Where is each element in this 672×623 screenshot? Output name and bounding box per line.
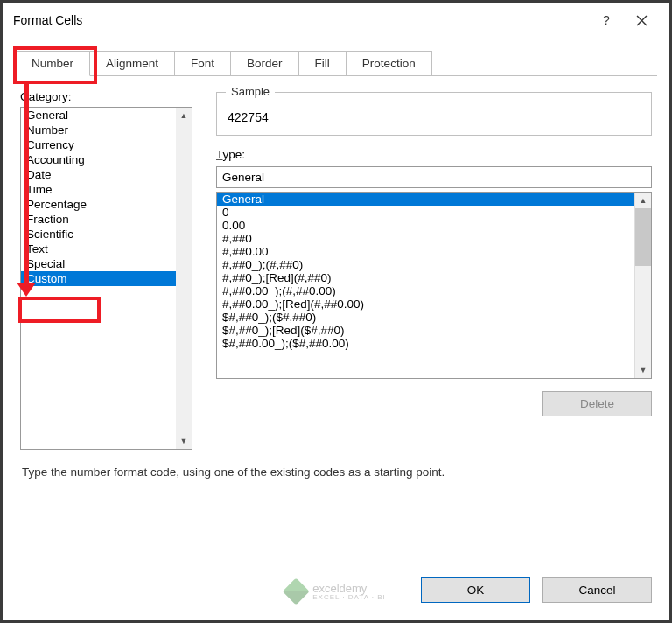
type-label: Type: (216, 148, 652, 161)
type-item[interactable]: 0.00 (217, 219, 634, 232)
tab-protection[interactable]: Protection (346, 51, 432, 76)
category-label: Category: (20, 90, 204, 103)
category-item[interactable]: Percentage (21, 197, 192, 212)
type-scrollbar[interactable]: ▲ ▼ (634, 192, 651, 378)
type-item[interactable]: 0 (217, 206, 634, 219)
delete-button[interactable]: Delete (542, 391, 652, 416)
close-icon (636, 15, 648, 26)
type-item[interactable]: #,##0.00 (217, 245, 634, 258)
tab-fill[interactable]: Fill (298, 51, 346, 76)
sample-value: 422754 (228, 110, 640, 124)
type-item[interactable]: $#,##0_);($#,##0) (217, 311, 634, 324)
watermark-logo-icon (283, 578, 310, 605)
type-input[interactable] (216, 166, 652, 188)
tab-border[interactable]: Border (230, 51, 299, 76)
type-item[interactable]: General (217, 192, 634, 206)
help-button[interactable]: ? (589, 3, 624, 38)
scroll-thumb[interactable] (635, 208, 651, 266)
type-item[interactable]: #,##0_);(#,##0) (217, 258, 634, 271)
scroll-down-icon[interactable]: ▼ (635, 362, 651, 378)
category-item[interactable]: Fraction (21, 212, 192, 227)
type-item[interactable]: #,##0.00_);(#,##0.00) (217, 284, 634, 298)
titlebar: Format Cells ? (3, 3, 669, 38)
category-item[interactable]: Date (21, 167, 192, 182)
category-list[interactable]: General Number Currency Accounting Date … (20, 107, 192, 450)
type-item[interactable]: #,##0.00_);[Red](#,##0.00) (217, 298, 634, 311)
close-button[interactable] (624, 3, 659, 38)
type-list[interactable]: General 0 0.00 #,##0 #,##0.00 #,##0_);(#… (216, 192, 652, 379)
tab-font[interactable]: Font (174, 51, 231, 76)
type-item[interactable]: $#,##0.00_);($#,##0.00) (217, 337, 634, 350)
category-item[interactable]: Currency (21, 137, 192, 152)
format-cells-dialog: Format Cells ? Number Alignment Font Bor… (0, 0, 672, 623)
type-item[interactable]: $#,##0_);[Red]($#,##0) (217, 324, 634, 337)
tab-alignment[interactable]: Alignment (89, 51, 175, 76)
tab-number[interactable]: Number (15, 51, 90, 76)
sample-legend: Sample (226, 85, 275, 98)
scroll-up-icon[interactable]: ▲ (635, 192, 651, 208)
category-item-custom[interactable]: Custom (21, 271, 192, 286)
category-item[interactable]: Scientific (21, 227, 192, 242)
watermark: exceldemy EXCEL · DATA · BI (286, 582, 386, 601)
window-title: Format Cells (13, 13, 82, 27)
sample-group: Sample 422754 (216, 92, 652, 136)
dialog-footer: OK Cancel (421, 578, 652, 603)
category-item[interactable]: Special (21, 256, 192, 271)
ok-button[interactable]: OK (421, 578, 530, 603)
annotation-arrow (24, 81, 29, 286)
type-item[interactable]: #,##0_);[Red](#,##0) (217, 271, 634, 284)
category-item[interactable]: Number (21, 122, 192, 137)
watermark-sub: EXCEL · DATA · BI (312, 593, 386, 601)
category-item[interactable]: Text (21, 242, 192, 256)
category-item[interactable]: General (21, 108, 192, 122)
scroll-down-icon[interactable]: ▼ (176, 433, 192, 449)
category-item[interactable]: Accounting (21, 152, 192, 167)
type-item[interactable]: #,##0 (217, 232, 634, 245)
tab-strip: Number Alignment Font Border Fill Protec… (15, 51, 657, 76)
cancel-button[interactable]: Cancel (542, 578, 652, 603)
annotation-arrow-head (17, 283, 36, 297)
category-scrollbar[interactable]: ▲ ▼ (176, 108, 192, 449)
category-item[interactable]: Time (21, 182, 192, 197)
description-text: Type the number format code, using one o… (3, 450, 669, 479)
scroll-up-icon[interactable]: ▲ (176, 108, 192, 123)
